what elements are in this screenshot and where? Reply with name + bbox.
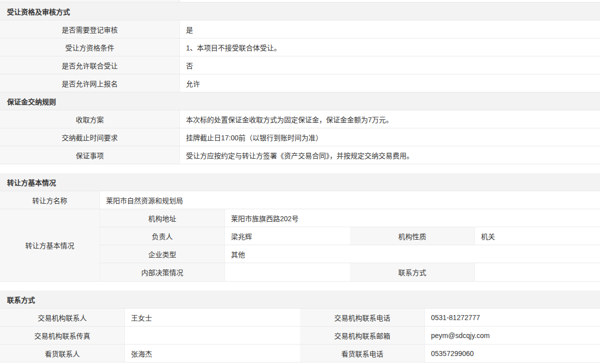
row-value: 1、本项目不接受联合体受让。 (180, 38, 600, 56)
table-row: 内部决策情况 联系方式 (100, 263, 600, 281)
table-row: 是否需要登记审核 是 (0, 20, 600, 38)
row-label: 交易机构联系电话 (300, 309, 425, 326)
clipped-label-cell (0, 0, 180, 2)
row-label: 是否允许联合受让 (0, 56, 180, 74)
table-row: 受让方资格条件 1、本项目不接受联合体受让。 (0, 38, 600, 56)
section-header-transferor: 转让方基本情况 (0, 173, 600, 191)
row-value: 允许 (180, 74, 600, 92)
table-row: 看货联系人 张海杰 看货联系电话 05357299060 (0, 345, 600, 363)
transferor-table: 转让方基本情况 转让方名称 莱阳市自然资源和规划局 转让方基本情况 机构地址 莱… (0, 173, 600, 282)
table-row: 收取方案 本次标的处置保证金收取方式为固定保证金，保证金金额为7万元。 (0, 110, 600, 128)
group-label: 转让方基本情况 (0, 209, 100, 281)
qualification-deposit-table: 受让资格及审核方式 是否需要登记审核 是 受让方资格条件 1、本项目不接受联合体… (0, 2, 600, 164)
section-title: 受让资格及审核方式 (7, 6, 70, 16)
table-row: 机构地址 莱阳市旌旗西路202号 (100, 209, 600, 227)
table-row: 负责人 梁兆辉 机构性质 机关 (100, 227, 600, 245)
row-value: 受让方应按约定与转让方签署《资产交易合同》，并按规定交纳交易费用。 (180, 146, 600, 164)
row-value: 是 (180, 20, 600, 38)
row-value: 莱阳市旌旗西路202号 (225, 209, 600, 227)
transferor-detail-group: 转让方基本情况 机构地址 莱阳市旌旗西路202号 负责人 梁兆辉 机构性质 机关… (0, 209, 600, 282)
section-title: 保证金交纳规则 (7, 96, 56, 106)
row-value: 本次标的处置保证金收取方式为固定保证金，保证金金额为7万元。 (180, 110, 600, 128)
row-label: 收取方案 (0, 110, 180, 128)
section-header-deposit: 保证金交纳规则 (0, 92, 600, 110)
row-label: 保证事项 (0, 146, 180, 164)
row-value: 挂牌截止日17:00前（以银行到账时间为准） (180, 128, 600, 146)
row-label: 负责人 (100, 227, 225, 245)
table-row: 交易机构联系传真 交易机构联系邮箱 peym@sdcqjy.com (0, 327, 600, 345)
row-label: 交易机构联系传真 (0, 327, 125, 344)
row-label: 联系方式 (350, 263, 475, 281)
row-value: 机关 (475, 227, 600, 245)
table-row: 交易机构联系人 王女士 交易机构联系电话 0531-81272777 (0, 309, 600, 327)
row-label: 看货联系人 (0, 345, 125, 362)
row-label: 看货联系电话 (300, 345, 425, 362)
table-row: 企业类型 其他 (100, 245, 600, 263)
row-value: 梁兆辉 (225, 227, 350, 245)
row-label: 受让方资格条件 (0, 38, 180, 56)
section-header-contact: 联系方式 (0, 291, 600, 309)
table-row: 交纳截止时间要求 挂牌截止日17:00前（以银行到账时间为准） (0, 128, 600, 146)
table-row: 是否允许联合受让 否 (0, 56, 600, 74)
row-label: 机构性质 (350, 227, 475, 245)
row-label: 转让方名称 (0, 191, 100, 209)
section-spacer (0, 282, 600, 291)
row-value: 其他 (225, 245, 600, 263)
row-value: 05357299060 (425, 345, 600, 362)
row-value: 莱阳市自然资源和规划局 (100, 191, 600, 209)
section-title: 联系方式 (7, 295, 35, 305)
row-label: 是否需要登记审核 (0, 20, 180, 38)
group-rows: 机构地址 莱阳市旌旗西路202号 负责人 梁兆辉 机构性质 机关 企业类型 其他… (100, 209, 600, 281)
row-value (225, 263, 350, 281)
row-label: 企业类型 (100, 245, 225, 263)
row-label: 内部决策情况 (100, 263, 225, 281)
clipped-value-cell (180, 0, 600, 2)
row-label: 交易机构联系邮箱 (300, 327, 425, 344)
row-value: peym@sdcqjy.com (425, 327, 600, 344)
row-label: 是否允许网上报名 (0, 74, 180, 92)
table-row: 是否允许网上报名 允许 (0, 74, 600, 92)
row-value: 0531-81272777 (425, 309, 600, 326)
section-title: 转让方基本情况 (7, 177, 56, 187)
row-label: 交纳截止时间要求 (0, 128, 180, 146)
row-label: 机构地址 (100, 209, 225, 227)
section-header-qualification: 受让资格及审核方式 (0, 2, 600, 20)
row-label: 交易机构联系人 (0, 309, 125, 326)
table-row: 转让方名称 莱阳市自然资源和规划局 (0, 191, 600, 209)
row-value: 张海杰 (125, 345, 300, 362)
row-value: 王女士 (125, 309, 300, 326)
row-value: 否 (180, 56, 600, 74)
section-spacer (0, 164, 600, 173)
contact-table: 联系方式 交易机构联系人 王女士 交易机构联系电话 0531-81272777 … (0, 291, 600, 363)
table-row: 保证事项 受让方应按约定与转让方签署《资产交易合同》，并按规定交纳交易费用。 (0, 146, 600, 164)
row-value (475, 263, 600, 281)
row-value (125, 327, 300, 344)
